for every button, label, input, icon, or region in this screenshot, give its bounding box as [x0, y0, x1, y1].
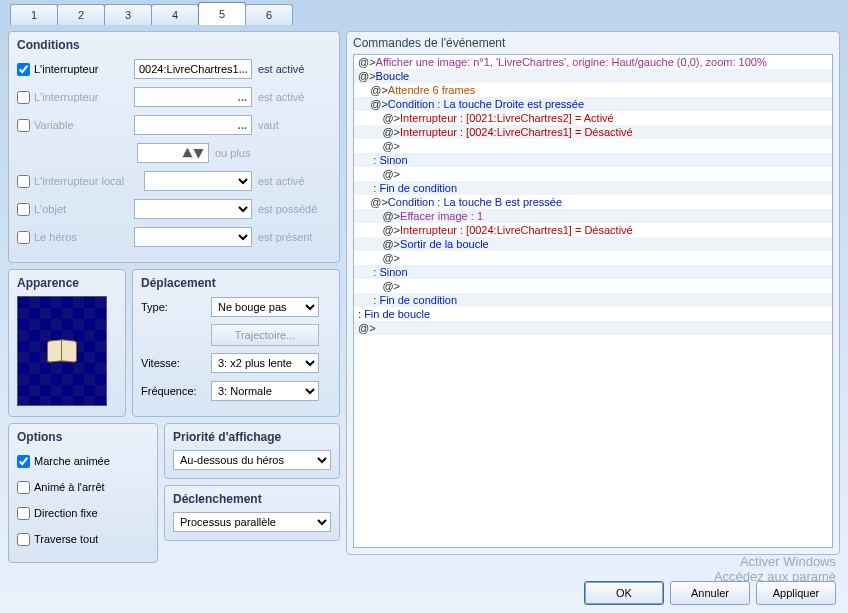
command-line[interactable]: @> — [354, 251, 832, 265]
command-line[interactable]: @>Sortir de la boucle — [354, 237, 832, 251]
switch1-field[interactable]: 0024:LivreChartres1... — [134, 59, 252, 79]
switch2-field[interactable]: ... — [134, 87, 252, 107]
tab-5[interactable]: 5 — [198, 2, 246, 25]
switch2-check[interactable] — [17, 91, 30, 104]
page-tabs: 123456 — [0, 0, 848, 25]
options-group: Options Marche animée Animé à l'arrêt Di… — [8, 423, 158, 563]
tab-2[interactable]: 2 — [57, 4, 105, 25]
stop-anim-check[interactable] — [17, 481, 30, 494]
command-line[interactable]: @>Effacer image : 1 — [354, 209, 832, 223]
fix-dir-label: Direction fixe — [34, 507, 98, 519]
item-check[interactable] — [17, 203, 30, 216]
through-label: Traverse tout — [34, 533, 98, 545]
trajectory-button: Trajectoire... — [211, 324, 319, 346]
tab-4[interactable]: 4 — [151, 4, 199, 25]
switch1-suffix: est activé — [258, 63, 304, 75]
commands-title: Commandes de l'événement — [353, 36, 833, 50]
command-line[interactable]: @>Boucle — [354, 69, 832, 83]
trigger-select[interactable]: Processus parallèle — [173, 512, 331, 532]
command-line[interactable]: @>Interrupteur : [0024:LivreChartres1] =… — [354, 125, 832, 139]
options-title: Options — [17, 430, 149, 444]
command-line[interactable]: @> — [354, 321, 832, 335]
variable-suffix: vaut — [258, 119, 279, 131]
variable-field[interactable]: ... — [134, 115, 252, 135]
command-line[interactable]: : Sinon — [354, 153, 832, 167]
priority-select[interactable]: Au-dessous du héros — [173, 450, 331, 470]
walk-anim-check[interactable] — [17, 455, 30, 468]
command-line[interactable]: @>Condition : La touche Droite est press… — [354, 97, 832, 111]
command-line[interactable]: : Fin de boucle — [354, 307, 832, 321]
movement-group: Déplacement Type: Ne bouge pas Trajectoi… — [132, 269, 340, 417]
switch2-label: L'interrupteur — [34, 91, 134, 103]
command-line[interactable]: @>Interrupteur : [0021:LivreChartres2] =… — [354, 111, 832, 125]
command-line[interactable]: : Fin de condition — [354, 293, 832, 307]
command-line[interactable]: @>Afficher une image: n°1, 'LivreChartre… — [354, 55, 832, 69]
trigger-title: Déclenchement — [173, 492, 331, 506]
self-switch-select[interactable] — [144, 171, 252, 191]
cancel-button[interactable]: Annuler — [670, 581, 750, 605]
variable-value2-field[interactable]: ⯅⯆ — [137, 143, 209, 163]
hero-select[interactable] — [134, 227, 252, 247]
walk-anim-label: Marche animée — [34, 455, 110, 467]
tab-3[interactable]: 3 — [104, 4, 152, 25]
item-label: L'objet — [34, 203, 134, 215]
commands-group: Commandes de l'événement @>Afficher une … — [346, 31, 840, 555]
command-line[interactable]: : Fin de condition — [354, 181, 832, 195]
ok-button[interactable]: OK — [584, 581, 664, 605]
item-suffix: est possédé — [258, 203, 317, 215]
graphic-preview[interactable] — [17, 296, 107, 406]
book-icon — [47, 340, 77, 362]
tab-6[interactable]: 6 — [245, 4, 293, 25]
through-check[interactable] — [17, 533, 30, 546]
command-line[interactable]: @> — [354, 279, 832, 293]
switch1-label: L'interrupteur — [34, 63, 134, 75]
variable-check[interactable] — [17, 119, 30, 132]
self-switch-suffix: est activé — [258, 175, 304, 187]
command-line[interactable]: : Sinon — [354, 265, 832, 279]
move-freq-label: Fréquence: — [141, 385, 211, 397]
hero-label: Le héros — [34, 231, 134, 243]
item-select[interactable] — [134, 199, 252, 219]
priority-title: Priorité d'affichage — [173, 430, 331, 444]
priority-group: Priorité d'affichage Au-dessous du héros — [164, 423, 340, 479]
appearance-title: Apparence — [17, 276, 117, 290]
variable-suffix2: ou plus — [215, 147, 250, 159]
hero-suffix: est présent — [258, 231, 312, 243]
move-freq-select[interactable]: 3: Normale — [211, 381, 319, 401]
appearance-group: Apparence — [8, 269, 126, 417]
conditions-group: Conditions L'interrupteur 0024:LivreChar… — [8, 31, 340, 263]
tab-1[interactable]: 1 — [10, 4, 58, 25]
commands-list[interactable]: @>Afficher une image: n°1, 'LivreChartre… — [353, 54, 833, 548]
move-speed-label: Vitesse: — [141, 357, 211, 369]
move-speed-select[interactable]: 3: x2 plus lente — [211, 353, 319, 373]
fix-dir-check[interactable] — [17, 507, 30, 520]
self-switch-label: L'interrupteur local — [34, 175, 144, 187]
self-switch-check[interactable] — [17, 175, 30, 188]
conditions-title: Conditions — [17, 38, 331, 52]
switch1-check[interactable] — [17, 63, 30, 76]
trigger-group: Déclenchement Processus parallèle — [164, 485, 340, 541]
variable-label: Variable — [34, 119, 134, 131]
command-line[interactable]: @> — [354, 139, 832, 153]
move-type-select[interactable]: Ne bouge pas — [211, 297, 319, 317]
command-line[interactable]: @> — [354, 167, 832, 181]
command-line[interactable]: @>Condition : La touche B est pressée — [354, 195, 832, 209]
apply-button[interactable]: Appliquer — [756, 581, 836, 605]
switch2-suffix: est activé — [258, 91, 304, 103]
stop-anim-label: Animé à l'arrêt — [34, 481, 105, 493]
command-line[interactable]: @>Attendre 6 frames — [354, 83, 832, 97]
command-line[interactable]: @>Interrupteur : [0024:LivreChartres1] =… — [354, 223, 832, 237]
hero-check[interactable] — [17, 231, 30, 244]
movement-title: Déplacement — [141, 276, 331, 290]
move-type-label: Type: — [141, 301, 211, 313]
